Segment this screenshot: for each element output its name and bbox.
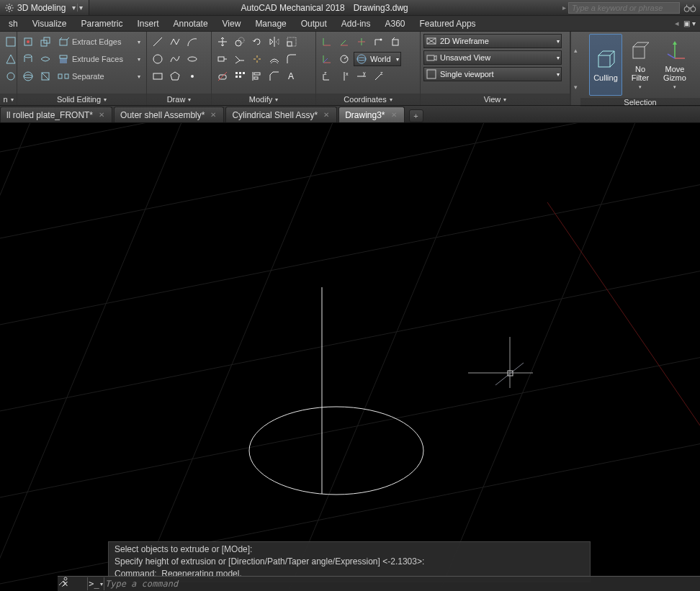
extrude-faces-button[interactable]: Extrude Faces ▾ — [55, 51, 143, 67]
ucs-tool[interactable] — [354, 34, 369, 50]
doc-tab[interactable]: Outer shell Assembly*✕ — [114, 107, 224, 122]
search-input[interactable] — [568, 2, 680, 14]
rectangle-tool[interactable] — [150, 68, 166, 84]
menu-scroll-left-icon[interactable]: ◂ — [675, 19, 679, 28]
doc-tab[interactable]: Drawing3*✕ — [338, 107, 404, 122]
panel-title[interactable]: Solid Editing▾ — [17, 94, 146, 105]
spline-tool[interactable] — [167, 51, 183, 67]
svg-point-17 — [27, 40, 30, 43]
extract-edges-button[interactable]: Extract Edges ▾ — [55, 34, 143, 50]
move-tool[interactable] — [215, 34, 230, 50]
ucs-tool[interactable]: x — [336, 68, 352, 84]
ribbon-scroll[interactable]: ▴▾ — [570, 32, 580, 105]
close-icon[interactable]: ✕ — [322, 111, 331, 119]
mirror-tool[interactable] — [266, 34, 282, 50]
menu-annotate[interactable]: Annotate — [166, 16, 215, 31]
tool-btn[interactable] — [37, 51, 53, 67]
menu-manage[interactable]: Manage — [248, 16, 293, 31]
trim-tool[interactable] — [232, 51, 248, 67]
erase-tool[interactable] — [215, 68, 230, 84]
world-combo[interactable]: World ▾ — [354, 52, 401, 66]
culling-button[interactable]: Culling — [589, 34, 622, 96]
ucs-tool[interactable] — [388, 34, 404, 50]
svg-rect-31 — [60, 55, 67, 58]
close-icon[interactable]: ✕ — [390, 111, 398, 119]
saved-view-combo[interactable]: Unsaved View ▾ — [423, 50, 562, 65]
ucs-tool[interactable] — [371, 34, 387, 50]
close-icon[interactable]: ✕ — [209, 111, 217, 119]
drawing-viewport[interactable]: Select objects to extrude or [MOde]: Spe… — [0, 123, 700, 591]
panel-title[interactable]: Coordinates▾ — [316, 94, 420, 105]
menu-add-ins[interactable]: Add-ins — [334, 16, 378, 31]
separate-button[interactable]: Separate ▾ — [55, 68, 143, 84]
stretch-tool[interactable] — [215, 51, 230, 67]
circle-tool[interactable] — [150, 51, 166, 67]
menu-sh[interactable]: sh — [1, 16, 25, 31]
svg-line-104 — [633, 42, 637, 47]
menu-a360[interactable]: A360 — [377, 16, 412, 31]
ucs-tool[interactable] — [319, 51, 335, 67]
panel-title[interactable]: View▾ — [421, 94, 570, 105]
menu-visualize[interactable]: Visualize — [25, 16, 74, 31]
tool-btn[interactable] — [37, 34, 53, 50]
ucs-tool[interactable]: z — [371, 68, 387, 84]
panel-title[interactable]: Selection — [580, 98, 700, 107]
offset-tool[interactable] — [266, 51, 282, 67]
tool-btn[interactable] — [3, 34, 19, 50]
ucs-tool[interactable]: y — [354, 68, 369, 84]
fillet-tool[interactable] — [284, 51, 300, 67]
array-tool[interactable] — [232, 68, 248, 84]
move-gizmo-button[interactable]: MoveGizmo ▾ — [658, 34, 691, 96]
tool-btn[interactable] — [37, 68, 53, 84]
doc-tab[interactable]: ll rolled plate_FRONT*✕ — [0, 107, 112, 122]
doc-tab[interactable]: Cylindrical Shell Assy*✕ — [225, 107, 337, 122]
panel-title[interactable]: Draw▾ — [147, 94, 211, 105]
tool-btn[interactable] — [20, 51, 36, 67]
new-tab-button[interactable]: + — [409, 109, 423, 122]
align-tool[interactable] — [249, 68, 265, 84]
workspace-switcher[interactable]: 3D Modeling ▾▾ — [0, 0, 89, 15]
text-tool[interactable]: A — [284, 68, 300, 84]
ucs-tool[interactable] — [319, 34, 335, 50]
cmd-customize-button[interactable] — [73, 577, 86, 590]
ucs-tool[interactable] — [336, 34, 352, 50]
close-icon[interactable]: ✕ — [97, 111, 106, 119]
menu-parametric[interactable]: Parametric — [74, 16, 130, 31]
svg-line-8 — [6, 9, 7, 10]
menu-featured apps[interactable]: Featured Apps — [413, 16, 483, 31]
no-filter-button[interactable]: No Filter ▾ — [624, 34, 657, 96]
command-input[interactable]: Type a command — [105, 579, 700, 589]
ucs-tool[interactable] — [336, 51, 352, 67]
tool-btn[interactable] — [20, 34, 36, 50]
svg-point-10 — [691, 6, 696, 12]
ellipse-tool[interactable] — [184, 51, 200, 67]
copy-tool[interactable] — [232, 34, 248, 50]
polyline-tool[interactable] — [167, 34, 183, 50]
chevron-right-icon: >_ — [89, 579, 99, 589]
visual-style-combo[interactable]: 2D Wireframe ▾ — [423, 34, 562, 48]
label: No Filter — [627, 65, 654, 82]
panel-toggle-icon[interactable]: ▣ ▾ — [683, 19, 696, 27]
point-tool[interactable] — [184, 68, 200, 84]
scale-tool[interactable] — [284, 34, 300, 50]
binoculars-icon[interactable] — [683, 2, 697, 14]
explode-tool[interactable] — [249, 51, 265, 67]
chamfer-tool[interactable] — [266, 68, 282, 84]
polygon-tool[interactable] — [167, 68, 183, 84]
ucs-tool[interactable]: z — [319, 68, 335, 84]
cmd-recent-button[interactable]: >_ ▾ — [87, 577, 104, 590]
svg-line-105 — [645, 42, 649, 47]
tool-btn[interactable] — [20, 68, 36, 84]
menu-view[interactable]: View — [215, 16, 248, 31]
tool-btn[interactable] — [3, 51, 19, 67]
viewport-combo[interactable]: Single viewport ▾ — [423, 67, 562, 81]
panel-title[interactable]: Modify▾ — [212, 94, 315, 105]
menu-insert[interactable]: Insert — [130, 16, 166, 31]
svg-line-115 — [0, 346, 700, 505]
rotate-tool[interactable] — [249, 34, 265, 50]
tool-btn[interactable] — [3, 68, 19, 84]
workspace-arrows[interactable]: ▾▾ — [70, 4, 84, 12]
arc-tool[interactable] — [184, 34, 200, 50]
line-tool[interactable] — [150, 34, 166, 50]
menu-output[interactable]: Output — [294, 16, 334, 31]
